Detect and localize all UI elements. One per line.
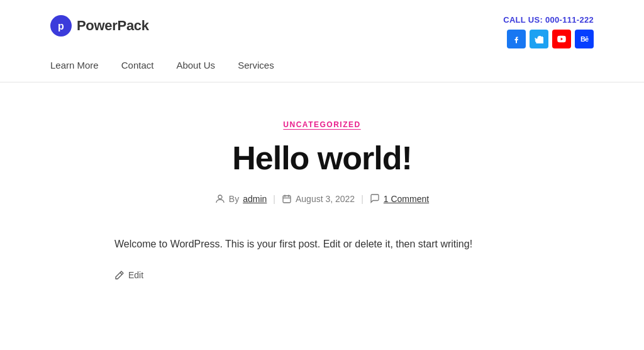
header-right: CALL US: 000-111-222 Bē <box>503 15 594 48</box>
svg-rect-3 <box>283 196 291 203</box>
facebook-button[interactable] <box>507 30 526 48</box>
site-header: p PowerPack CALL US: 000-111-222 <box>0 0 644 48</box>
logo-icon: p <box>50 15 72 37</box>
edit-link[interactable]: Edit <box>114 270 530 280</box>
meta-separator-2: | <box>361 194 364 204</box>
main-nav: Learn More Contact About Us Services <box>0 48 644 82</box>
main-content: UNCATEGORIZED Hello world! By admin | Au… <box>102 82 542 305</box>
post-date: August 3, 2022 <box>296 194 355 204</box>
youtube-icon <box>557 35 566 43</box>
calendar-icon <box>282 194 292 204</box>
svg-point-2 <box>218 195 222 199</box>
nav-services[interactable]: Services <box>238 60 274 71</box>
edit-icon <box>114 270 125 280</box>
author-icon <box>215 194 225 204</box>
post-meta: By admin | August 3, 2022 | 1 Comment <box>114 194 530 204</box>
behance-button[interactable]: Bē <box>575 30 594 48</box>
meta-separator-1: | <box>273 194 275 204</box>
social-icons-group: Bē <box>507 30 594 48</box>
post-content: Welcome to WordPress. This is your first… <box>114 235 530 252</box>
post-title: Hello world! <box>114 140 530 176</box>
edit-label: Edit <box>128 270 143 280</box>
category-label[interactable]: UNCATEGORIZED <box>114 120 530 129</box>
nav-contact[interactable]: Contact <box>121 60 154 71</box>
twitter-button[interactable] <box>530 30 548 48</box>
twitter-icon <box>535 35 543 43</box>
author-link[interactable]: admin <box>243 194 267 204</box>
call-us-text: CALL US: 000-111-222 <box>503 15 594 25</box>
comment-icon <box>370 194 380 204</box>
nav-learn-more[interactable]: Learn More <box>50 60 99 71</box>
svg-text:p: p <box>58 21 64 31</box>
nav-about-us[interactable]: About Us <box>176 60 215 71</box>
youtube-button[interactable] <box>552 30 571 48</box>
comments-link[interactable]: 1 Comment <box>384 194 429 204</box>
author-prefix: By <box>229 194 239 204</box>
svg-line-7 <box>120 273 122 274</box>
logo-area[interactable]: p PowerPack <box>50 15 149 37</box>
facebook-icon <box>512 35 521 43</box>
behance-icon: Bē <box>580 35 588 43</box>
logo-text: PowerPack <box>77 18 149 34</box>
